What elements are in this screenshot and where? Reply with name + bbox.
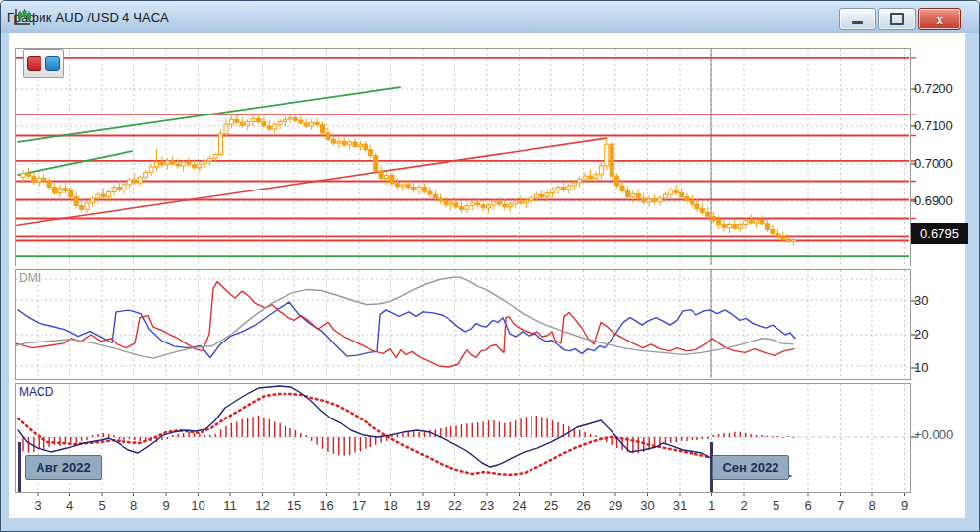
dmi-axis-label: 20 — [914, 327, 928, 342]
close-button[interactable]: x — [918, 8, 961, 30]
red-square-button[interactable] — [27, 56, 41, 71]
x-axis-label: 6 — [794, 498, 822, 513]
x-axis-label: 17 — [345, 498, 372, 513]
x-axis-label: 7 — [827, 498, 855, 513]
blue-square-button[interactable] — [45, 56, 60, 71]
month-badge-august: Авг 2022 — [25, 455, 102, 480]
dmi-axis-label: 10 — [914, 360, 928, 375]
x-axis-label: 16 — [313, 498, 341, 513]
x-axis-label: 26 — [570, 498, 598, 513]
x-axis-label: 2 — [730, 498, 758, 513]
chart-mini-toolbar — [23, 49, 64, 78]
maximize-icon — [890, 13, 904, 25]
x-axis-label: 10 — [185, 498, 212, 513]
macd-label: MACD — [19, 385, 53, 399]
x-axis-label: 30 — [634, 498, 662, 513]
x-axis-label: 23 — [473, 498, 501, 513]
current-price-badge: 0.6795 — [911, 223, 968, 244]
x-axis-label: 9 — [891, 498, 919, 513]
price-chart-panel[interactable] — [15, 48, 911, 266]
price-axis-label: 0.7100 — [914, 118, 953, 133]
dmi-label: DMI — [19, 271, 41, 285]
chart-window: График AUD /USD 4 ЧАСА x DMI MACD 0.7200… — [0, 0, 980, 532]
candlestick-chart-icon — [13, 7, 33, 27]
x-axis-label: 22 — [442, 498, 469, 513]
minimize-icon — [852, 21, 863, 24]
maximize-button[interactable] — [878, 8, 916, 30]
dmi-panel[interactable] — [15, 269, 911, 380]
x-axis-label: 31 — [666, 498, 694, 513]
x-axis-label: 19 — [409, 498, 437, 513]
month-badge-september: Сен 2022 — [712, 455, 789, 480]
minimize-button[interactable] — [839, 8, 876, 30]
x-axis-label: 18 — [377, 498, 405, 513]
x-axis-label: 29 — [602, 498, 629, 513]
x-axis-label: 8 — [858, 498, 886, 513]
price-axis-label: 0.6900 — [914, 193, 953, 208]
macd-zero-label: +0.000 — [914, 427, 953, 442]
close-icon: x — [936, 12, 942, 27]
x-axis-label: 3 — [24, 498, 51, 513]
x-axis-label: 1 — [698, 498, 726, 513]
price-axis-label: 0.7000 — [914, 156, 953, 171]
dmi-axis-label: 30 — [914, 293, 928, 308]
price-axis-label: 0.7200 — [914, 81, 953, 96]
x-axis-label: 24 — [506, 498, 533, 513]
x-axis-label: 8 — [121, 498, 148, 513]
x-axis-label: 11 — [216, 498, 244, 513]
x-axis-label: 4 — [56, 498, 84, 513]
x-axis-label: 12 — [249, 498, 277, 513]
x-axis-label: 5 — [763, 498, 790, 513]
chart-client-area: DMI MACD 0.72000.71000.70000.6900 302010… — [9, 33, 965, 518]
x-axis-label: 25 — [537, 498, 565, 513]
x-axis-label: 5 — [88, 498, 116, 513]
x-axis-label: 9 — [152, 498, 180, 513]
title-bar[interactable]: График AUD /USD 4 ЧАСА x — [1, 1, 979, 33]
x-axis-label: 15 — [281, 498, 308, 513]
